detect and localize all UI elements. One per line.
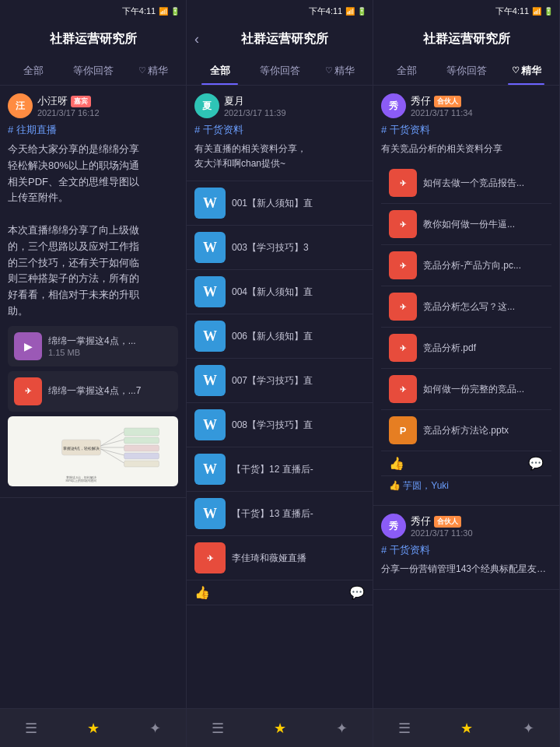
nav-menu-mid[interactable]: ☰	[212, 720, 224, 737]
bottom-nav-mid: ☰ ★ ✦	[187, 708, 373, 747]
nav-special-mid[interactable]: ✦	[336, 720, 348, 737]
like-btn-mid[interactable]: 👍	[194, 585, 210, 600]
nav-menu-right[interactable]: ☰	[398, 720, 411, 737]
star-icon-right: ★	[460, 720, 473, 737]
file-name-video: 绵绵一掌握这4点，...	[48, 335, 172, 348]
tab-featured-left[interactable]: ♡ 精华	[123, 56, 183, 85]
nav-special-right[interactable]: ✦	[523, 720, 534, 737]
word-label-7: 【干货】13 直播后-	[232, 507, 365, 521]
app-title-right: 社群运营研究所	[381, 31, 551, 47]
word-label-1: 003【学习技巧】3	[232, 241, 365, 254]
file-icon-5: ✈	[389, 375, 417, 403]
middle-panel: 下午4:11 📶 🔋 ‹ 社群运营研究所 全部 等你回答 ♡ 精华 夏 夏月 2…	[187, 0, 373, 747]
time-left: 下午4:11	[122, 5, 156, 17]
word-icon-1: W	[194, 232, 226, 263]
file-item-1[interactable]: ✈ 教你如何做一份牛逼...	[381, 204, 551, 245]
pdf-icon-left: ✈	[14, 377, 42, 405]
comment-btn-right1[interactable]: 💬	[528, 456, 544, 471]
back-button-mid[interactable]: ‹	[194, 31, 199, 47]
word-row-1[interactable]: W 003【学习技巧】3	[187, 226, 373, 270]
user-row-mid: 夏 夏月 2021/3/17 11:39	[194, 93, 365, 118]
nav-star-mid[interactable]: ★	[274, 720, 286, 737]
file-item-6[interactable]: P 竞品分析方法论.pptx	[381, 410, 551, 451]
file-name-5: 如何做一份完整的竞品...	[423, 383, 544, 396]
mindmap-thumbnail: 掌握这4点，轻松解决 掌握这4点，轻松解决 80%以上的职场沟通问	[8, 416, 178, 486]
tabs-right: 全部 等你回答 ♡ 精华	[373, 56, 559, 86]
word-row-3[interactable]: W 006【新人须知】直	[187, 314, 373, 359]
file-icon-1: ✈	[389, 210, 417, 238]
menu-icon-right: ☰	[398, 720, 411, 737]
word-row-5[interactable]: W 008【学习技巧】直	[187, 403, 373, 447]
word-row-7[interactable]: W 【干货】13 直播后-	[187, 492, 373, 536]
word-row-4[interactable]: W 007【学习技巧】直	[187, 359, 373, 403]
file-video-left[interactable]: ▶ 绵绵一掌握这4点，... 1.15 MB	[8, 326, 178, 366]
word-icon-4: W	[194, 365, 226, 396]
nav-star-right[interactable]: ★	[460, 720, 473, 737]
avatar-mid: 夏	[194, 93, 219, 118]
tab-all-right[interactable]: 全部	[376, 56, 436, 85]
username-mid: 夏月	[224, 94, 244, 108]
comment-btn-mid[interactable]: 💬	[349, 585, 365, 600]
badge-right1: 合伙人	[434, 96, 461, 107]
svg-rect-9	[124, 437, 159, 444]
file-icon-4: ✈	[389, 334, 417, 362]
special-icon-left: ✦	[149, 720, 161, 737]
username-left: 小汪呀	[37, 94, 68, 108]
header-mid: ‹ 社群运营研究所	[187, 22, 373, 56]
file-icon-6: P	[389, 416, 417, 444]
likes-row-right1: 👍 芋圆，Yuki	[381, 476, 551, 499]
file-name-6: 竞品分析方法论.pptx	[423, 424, 544, 437]
file-name-1: 教你如何做一份牛逼...	[423, 218, 544, 231]
file-item-5[interactable]: ✈ 如何做一份完整的竞品...	[381, 369, 551, 410]
word-row-0[interactable]: W 001【新人须知】直	[187, 181, 373, 226]
avatar-right2: 秀	[381, 514, 406, 538]
svg-rect-11	[124, 453, 159, 459]
tab-waiting-left[interactable]: 等你回答	[63, 56, 123, 85]
file-item-3[interactable]: ✈ 竞品分析怎么写？这...	[381, 286, 551, 328]
actions-row-mid: 👍 💬	[187, 580, 373, 605]
file-info-pdf: 绵绵一掌握这4点，...7	[48, 384, 172, 398]
comment-icon-mid: 💬	[349, 585, 365, 600]
content-right: 秀 秀仔 合伙人 2021/3/17 11:34 # 干货资料 有关竞品分析的相…	[373, 86, 559, 708]
status-bar-mid: 下午4:11 📶 🔋	[187, 0, 373, 22]
user-info-right2: 秀仔 合伙人 2021/3/17 11:30	[411, 514, 551, 538]
nav-star-left[interactable]: ★	[87, 720, 100, 737]
word-label-8: 李佳琦和薇娅直播	[232, 552, 365, 565]
tab-waiting-right[interactable]: 等你回答	[436, 56, 496, 85]
user-row-right1: 秀 秀仔 合伙人 2021/3/17 11:34	[381, 93, 551, 118]
status-icons-right: 📶 🔋	[532, 7, 553, 16]
word-row-6[interactable]: W 【干货】12 直播后-	[187, 447, 373, 492]
word-icon-3: W	[194, 321, 226, 352]
post-time-right1: 2021/3/17 11:34	[411, 108, 551, 117]
tab-waiting-mid[interactable]: 等你回答	[250, 56, 310, 85]
menu-icon-mid: ☰	[212, 720, 224, 737]
word-icon-5: W	[194, 409, 226, 440]
tabs-mid: 全部 等你回答 ♡ 精华	[187, 56, 373, 86]
word-icon-0: W	[194, 188, 226, 219]
nav-menu-left[interactable]: ☰	[25, 720, 37, 737]
status-icons-mid: 📶 🔋	[345, 7, 366, 16]
svg-rect-8	[124, 428, 159, 436]
word-label-6: 【干货】12 直播后-	[232, 463, 365, 476]
file-item-4[interactable]: ✈ 竞品分析.pdf	[381, 328, 551, 369]
nav-special-left[interactable]: ✦	[149, 720, 161, 737]
word-row-8[interactable]: ✈ 李佳琦和薇娅直播	[187, 536, 373, 580]
tab-all-left[interactable]: 全部	[3, 56, 63, 85]
file-pdf-left[interactable]: ✈ 绵绵一掌握这4点，...7	[8, 371, 178, 412]
file-item-2[interactable]: ✈ 竞品分析-产品方向.pc...	[381, 245, 551, 286]
tab-featured-mid[interactable]: ♡ 精华	[310, 56, 369, 85]
file-icon-3: ✈	[389, 293, 417, 321]
post2-right: 秀 秀仔 合伙人 2021/3/17 11:30 # 干货资料 分享一份营销管理…	[373, 506, 559, 590]
mindmap-svg: 掌握这4点，轻松解决 掌握这4点，轻松解决 80%以上的职场沟通问	[8, 416, 178, 486]
status-bar-right: 下午4:11 📶 🔋	[373, 0, 559, 22]
tab-featured-right[interactable]: ♡ 精华	[496, 56, 556, 85]
post-tag-left: # 往期直播	[8, 123, 178, 137]
file-item-0[interactable]: ✈ 如何去做一个竞品报告...	[381, 163, 551, 204]
file-name-2: 竞品分析-产品方向.pc...	[423, 259, 544, 272]
like-btn-right1[interactable]: 👍	[389, 456, 404, 471]
word-row-2[interactable]: W 004【新人须知】直	[187, 270, 373, 314]
word-icon-6: W	[194, 454, 226, 485]
tab-all-mid[interactable]: 全部	[190, 56, 250, 85]
post-tag-right1: # 干货资料	[381, 123, 551, 137]
likes-text: 👍 芋圆，Yuki	[389, 480, 449, 491]
